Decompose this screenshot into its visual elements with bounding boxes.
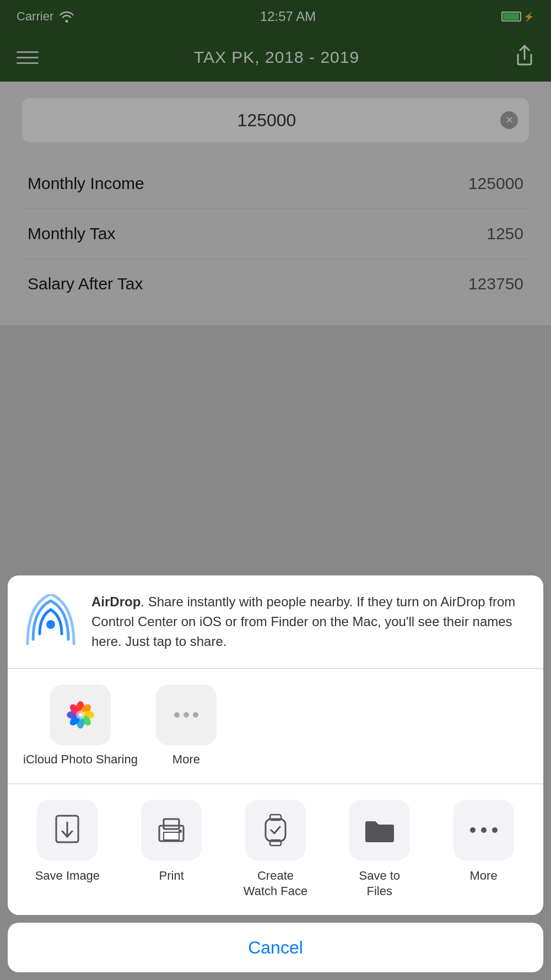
apps-panel: iCloud Photo Sharing More: [8, 669, 543, 783]
icloud-photo-sharing-item[interactable]: iCloud Photo Sharing: [23, 685, 138, 768]
create-watch-face-label: CreateWatch Face: [244, 868, 308, 900]
more-apps-label: More: [172, 752, 200, 768]
svg-rect-16: [164, 832, 179, 840]
svg-point-12: [193, 712, 198, 718]
save-image-icon-box: [37, 800, 98, 860]
svg-point-10: [174, 712, 180, 718]
print-icon-box: [141, 800, 202, 860]
more-apps-item[interactable]: More: [153, 685, 219, 768]
actions-panel: Save Image Print: [8, 784, 543, 915]
svg-point-0: [46, 620, 55, 629]
more-actions-icon-box: [453, 800, 514, 860]
save-image-label: Save Image: [35, 868, 100, 884]
share-sheet: AirDrop. Share instantly with people nea…: [0, 575, 551, 980]
airdrop-description: . Share instantly with people nearby. If…: [91, 594, 515, 649]
icloud-photo-label: iCloud Photo Sharing: [23, 752, 138, 768]
more-apps-icon-box: [156, 685, 217, 745]
save-image-action[interactable]: Save Image: [15, 800, 120, 900]
print-action[interactable]: Print: [120, 800, 224, 900]
create-watch-face-action[interactable]: CreateWatch Face: [224, 800, 328, 900]
svg-point-23: [492, 827, 498, 833]
airdrop-text: AirDrop. Share instantly with people nea…: [91, 592, 528, 651]
more-actions-action[interactable]: More: [431, 800, 536, 900]
cancel-button[interactable]: Cancel: [8, 923, 543, 972]
svg-rect-18: [266, 819, 285, 841]
create-watch-face-icon-box: [245, 800, 306, 860]
save-to-files-action[interactable]: Save to Files: [327, 800, 431, 900]
svg-point-21: [470, 827, 476, 833]
cancel-label: Cancel: [248, 938, 303, 958]
save-to-files-label: Save to Files: [347, 868, 413, 900]
airdrop-panel: AirDrop. Share instantly with people nea…: [8, 575, 543, 668]
more-actions-label: More: [470, 868, 498, 884]
svg-point-17: [179, 830, 182, 833]
icloud-photo-icon-box: [50, 685, 111, 745]
svg-point-22: [481, 827, 487, 833]
share-main-card: AirDrop. Share instantly with people nea…: [8, 575, 543, 915]
airdrop-title: AirDrop: [91, 594, 141, 609]
svg-point-9: [76, 710, 85, 719]
save-to-files-icon-box: [349, 800, 410, 860]
print-label: Print: [159, 868, 184, 884]
share-sheet-overlay: AirDrop. Share instantly with people nea…: [0, 0, 551, 980]
svg-rect-15: [164, 819, 179, 829]
airdrop-icon: [23, 594, 78, 649]
svg-point-11: [183, 712, 189, 718]
